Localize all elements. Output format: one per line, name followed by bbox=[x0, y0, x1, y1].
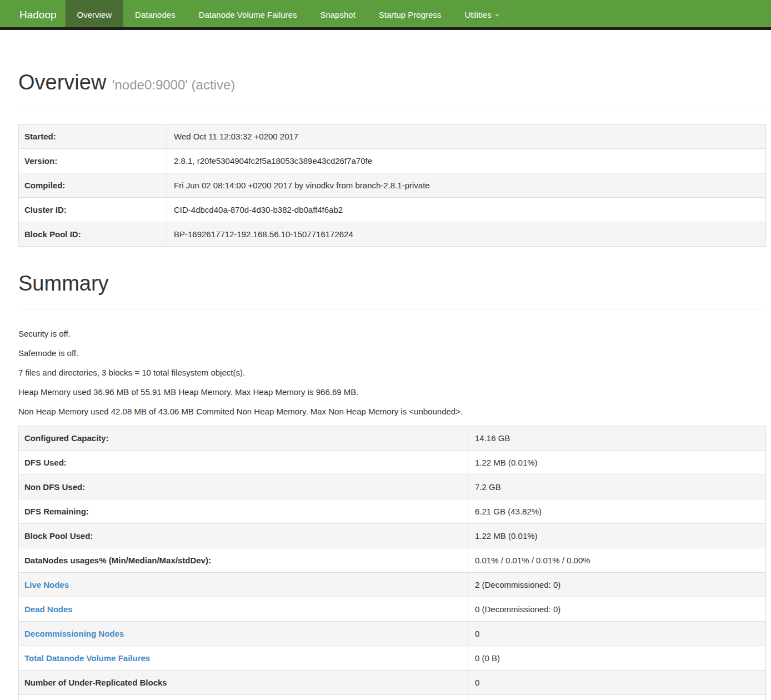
row-label: Number of Under-Replicated Blocks bbox=[19, 670, 468, 694]
table-row: DataNodes usages% (Min/Median/Max/stdDev… bbox=[19, 548, 766, 572]
row-label: Dead Nodes bbox=[19, 597, 468, 621]
table-row: Number of Under-Replicated Blocks0 bbox=[19, 670, 766, 694]
row-label: Number of Blocks Pending Deletion bbox=[19, 694, 468, 700]
navbar: Hadoop OverviewDatanodesDatanode Volume … bbox=[0, 0, 771, 30]
row-value: 1.22 MB (0.01%) bbox=[468, 523, 766, 548]
table-row: Cluster ID:CID-4dbcd40a-870d-4d30-b382-d… bbox=[19, 197, 766, 222]
summary-paragraphs: Security is off.Safemode is off.7 files … bbox=[18, 328, 766, 417]
page-title: Overview 'node0:9000' (active) bbox=[18, 71, 766, 94]
summary-title: Summary bbox=[18, 272, 766, 296]
page-title-text: Overview bbox=[18, 71, 106, 94]
nav-item-label: Utilities bbox=[464, 10, 491, 19]
main-content: Overview 'node0:9000' (active) Started:W… bbox=[18, 71, 766, 700]
row-link-dead-nodes[interactable]: Dead Nodes bbox=[24, 604, 73, 614]
row-value: 0 bbox=[468, 621, 766, 646]
table-row: Non DFS Used:7.2 GB bbox=[19, 474, 766, 499]
nav-item-startup-progress[interactable]: Startup Progress bbox=[367, 0, 453, 27]
row-link-decommissioning-nodes[interactable]: Decommissioning Nodes bbox=[24, 629, 124, 638]
summary-paragraph: 7 files and directories, 3 blocks = 10 t… bbox=[18, 367, 766, 378]
row-label: Cluster ID: bbox=[19, 197, 167, 222]
table-row: Number of Blocks Pending Deletion0 bbox=[19, 694, 766, 700]
row-value: 6.21 GB (43.82%) bbox=[468, 499, 766, 523]
row-value: 0 (0 B) bbox=[468, 646, 766, 670]
table-row: Version:2.8.1, r20fe5304904fc2f5a18053c3… bbox=[19, 148, 766, 173]
nav-item-label: Overview bbox=[77, 10, 112, 19]
row-link-total-datanode-volume-failures[interactable]: Total Datanode Volume Failures bbox=[24, 653, 150, 663]
nav-item-label: Snapshot bbox=[320, 10, 355, 19]
overview-header: Overview 'node0:9000' (active) bbox=[18, 71, 766, 108]
summary-header: Summary bbox=[18, 272, 766, 309]
table-row: Live Nodes2 (Decommissioned: 0) bbox=[19, 572, 766, 597]
table-row: DFS Remaining:6.21 GB (43.82%) bbox=[19, 499, 766, 523]
row-value: BP-1692617712-192.168.56.10-150771617262… bbox=[167, 222, 766, 246]
table-row: DFS Used:1.22 MB (0.01%) bbox=[19, 450, 766, 474]
table-row: Configured Capacity:14.16 GB bbox=[19, 426, 766, 450]
table-row: Started:Wed Oct 11 12:03:32 +0200 2017 bbox=[19, 124, 766, 148]
summary-paragraph: Non Heap Memory used 42.08 MB of 43.06 M… bbox=[18, 406, 766, 417]
row-link-live-nodes[interactable]: Live Nodes bbox=[24, 580, 69, 589]
row-label: Total Datanode Volume Failures bbox=[19, 646, 468, 670]
nav-item-datanode-volume-failures[interactable]: Datanode Volume Failures bbox=[187, 0, 309, 27]
row-value: 2 (Decommissioned: 0) bbox=[468, 572, 766, 597]
summary-table-body: Configured Capacity:14.16 GBDFS Used:1.2… bbox=[19, 426, 766, 700]
row-value: 0 bbox=[468, 694, 766, 700]
nav-item-overview[interactable]: Overview bbox=[66, 0, 124, 27]
row-value: 2.8.1, r20fe5304904fc2f5a18053c389e43cd2… bbox=[167, 148, 766, 173]
table-row: Compiled:Fri Jun 02 08:14:00 +0200 2017 … bbox=[19, 173, 766, 197]
row-value: CID-4dbcd40a-870d-4d30-b382-db0aff4f6ab2 bbox=[167, 197, 766, 222]
summary-paragraph: Security is off. bbox=[18, 328, 766, 339]
nav-item-label: Datanodes bbox=[135, 10, 176, 19]
caret-down-icon bbox=[495, 14, 499, 17]
row-value: 0 (Decommissioned: 0) bbox=[468, 597, 766, 621]
navbar-brand[interactable]: Hadoop bbox=[0, 0, 66, 27]
table-row: Total Datanode Volume Failures0 (0 B) bbox=[19, 646, 766, 670]
row-label: Configured Capacity: bbox=[19, 426, 468, 450]
row-label: Block Pool ID: bbox=[19, 222, 167, 246]
row-label: DFS Used: bbox=[19, 450, 468, 474]
nav-item-snapshot[interactable]: Snapshot bbox=[308, 0, 367, 27]
row-label: DFS Remaining: bbox=[19, 499, 468, 523]
navbar-items: OverviewDatanodesDatanode Volume Failure… bbox=[66, 0, 511, 27]
row-value: 1.22 MB (0.01%) bbox=[468, 450, 766, 474]
row-value: 0 bbox=[468, 670, 766, 694]
nav-item-label: Startup Progress bbox=[379, 10, 442, 19]
row-label: DataNodes usages% (Min/Median/Max/stdDev… bbox=[19, 548, 468, 572]
overview-table-body: Started:Wed Oct 11 12:03:32 +0200 2017Ve… bbox=[19, 124, 766, 246]
row-value: 14.16 GB bbox=[468, 426, 766, 450]
row-label: Block Pool Used: bbox=[19, 523, 468, 548]
page-subtitle: 'node0:9000' (active) bbox=[112, 77, 235, 92]
row-label: Live Nodes bbox=[19, 572, 468, 597]
table-row: Block Pool ID:BP-1692617712-192.168.56.1… bbox=[19, 222, 766, 246]
row-value: Wed Oct 11 12:03:32 +0200 2017 bbox=[167, 124, 766, 148]
nav-item-label: Datanode Volume Failures bbox=[199, 10, 297, 19]
row-label: Compiled: bbox=[19, 173, 167, 197]
row-value: Fri Jun 02 08:14:00 +0200 2017 by vinodk… bbox=[167, 173, 766, 197]
row-value: 0.01% / 0.01% / 0.01% / 0.00% bbox=[468, 548, 766, 572]
table-row: Block Pool Used:1.22 MB (0.01%) bbox=[19, 523, 766, 548]
row-label: Started: bbox=[19, 124, 167, 148]
table-row: Dead Nodes0 (Decommissioned: 0) bbox=[19, 597, 766, 621]
row-label: Decommissioning Nodes bbox=[19, 621, 468, 646]
table-row: Decommissioning Nodes0 bbox=[19, 621, 766, 646]
summary-paragraph: Heap Memory used 36.96 MB of 55.91 MB He… bbox=[18, 387, 766, 398]
row-label: Version: bbox=[19, 148, 167, 173]
overview-table: Started:Wed Oct 11 12:03:32 +0200 2017Ve… bbox=[18, 124, 766, 247]
row-label: Non DFS Used: bbox=[19, 474, 468, 499]
nav-item-utilities[interactable]: Utilities bbox=[453, 0, 510, 27]
row-value: 7.2 GB bbox=[468, 474, 766, 499]
summary-table: Configured Capacity:14.16 GBDFS Used:1.2… bbox=[18, 426, 766, 700]
summary-paragraph: Safemode is off. bbox=[18, 348, 766, 359]
nav-item-datanodes[interactable]: Datanodes bbox=[123, 0, 187, 27]
